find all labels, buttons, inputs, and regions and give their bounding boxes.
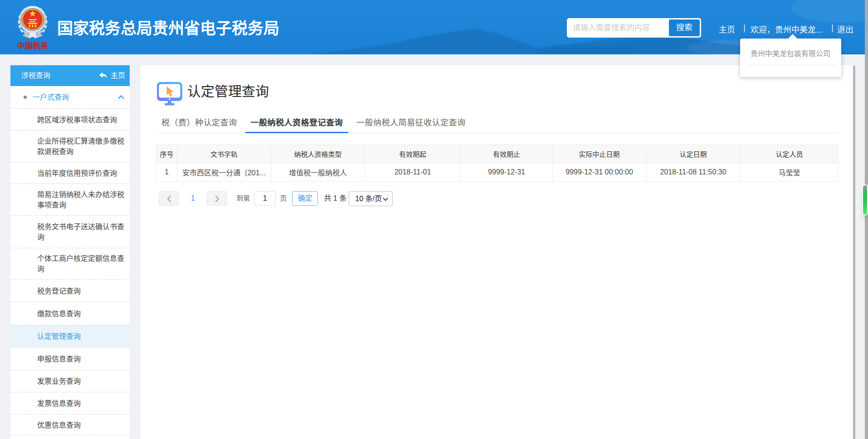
svg-text:中国税务: 中国税务 (17, 41, 49, 50)
